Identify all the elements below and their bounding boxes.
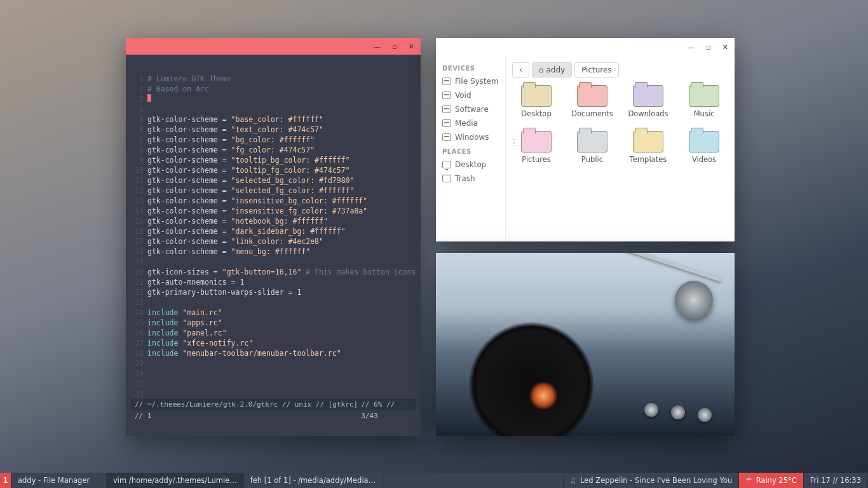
- sidebar-item[interactable]: Media: [440, 116, 501, 130]
- folder-item[interactable]: Desktop: [513, 85, 559, 118]
- code-token: gtk-color-scheme =: [147, 155, 231, 165]
- line-number: 29: [130, 358, 144, 369]
- breadcrumb-home[interactable]: ⌂ addy: [532, 62, 572, 78]
- taskbar-task[interactable]: addy - File Manager: [11, 473, 107, 488]
- music-icon: ♫: [570, 476, 576, 485]
- minimize-icon[interactable]: —: [374, 43, 381, 51]
- taskbar-task[interactable]: feh [1 of 1] - /media/addy/Media…: [244, 473, 383, 488]
- code-line: 13gtk-color-scheme = "insensitive_bg_col…: [130, 196, 416, 206]
- code-token: "base_color: #ffffff": [231, 114, 323, 125]
- folder-label: Videos: [692, 155, 716, 164]
- maximize-icon[interactable]: ▫: [706, 43, 710, 51]
- folder-label: Desktop: [521, 109, 551, 118]
- code-line: 19: [130, 257, 416, 267]
- code-token: gtk-color-scheme =: [147, 145, 231, 155]
- sidebar-item-label: Trash: [455, 174, 475, 183]
- code-token: # Lumiere GTK Theme: [147, 74, 231, 84]
- code-line: 11gtk-color-scheme = "selected_bg_color:…: [130, 175, 416, 186]
- folder-item[interactable]: Downloads: [625, 85, 671, 118]
- code-token: "fg_color: #474c57": [231, 145, 315, 155]
- folder-item[interactable]: Documents: [569, 85, 615, 118]
- weather[interactable]: ☂ Rainy 25°C: [739, 473, 803, 488]
- code-line: 12gtk-color-scheme = "selected_fg_color:…: [130, 186, 416, 196]
- code-token: "panel.rc": [182, 328, 226, 338]
- line-number: 1: [130, 74, 144, 84]
- folder-item[interactable]: Videos: [681, 131, 727, 164]
- sidebar-item-label: Desktop: [455, 160, 487, 169]
- editor-body[interactable]: 1# Lumiere GTK Theme2# Based on Arc345gt…: [126, 55, 421, 436]
- minimize-icon[interactable]: —: [688, 43, 695, 51]
- code-token: "menubar-toolbar/menubar-toolbar.rc": [182, 348, 341, 358]
- wallpaper-image: [436, 253, 735, 436]
- code-token: "insensitive_fg_color: #737a8a": [231, 206, 368, 216]
- taskbar-task[interactable]: vim /home/addy/.themes/Lumie…: [107, 473, 244, 488]
- sidebar-item[interactable]: File System: [440, 74, 501, 88]
- breadcrumb: ‹ ⌂ addy Pictures: [512, 62, 732, 78]
- code-token: gtk-auto-mnemonics = 1: [147, 277, 244, 287]
- code-token: "tooltip_fg_color: #474c57": [231, 165, 350, 175]
- imageviewer-window[interactable]: [436, 253, 735, 436]
- folder-item[interactable]: Templates: [625, 131, 671, 164]
- code-line: 5gtk-color-scheme = "base_color: #ffffff…: [130, 114, 416, 125]
- filemanager-window: — ▫ ✕ DEVICESFile SystemVoidSoftwareMedi…: [436, 38, 735, 241]
- code-token: gtk-color-scheme =: [147, 135, 231, 145]
- status-right: // 6% // 3/43: [361, 399, 412, 410]
- line-number: 4: [130, 104, 144, 114]
- maximize-icon[interactable]: ▫: [392, 43, 397, 51]
- sidebar-item-label: Void: [455, 91, 471, 100]
- code-line: 28include "menubar-toolbar/menubar-toolb…: [130, 348, 416, 358]
- close-icon[interactable]: ✕: [409, 43, 414, 51]
- line-number: 23: [130, 297, 144, 308]
- nowplaying[interactable]: ♫ Led Zeppelin - Since I've Been Loving …: [563, 473, 740, 488]
- tonearm-icon: [564, 253, 722, 282]
- folder-item[interactable]: Music: [681, 85, 727, 118]
- folder-label: Public: [581, 155, 603, 164]
- folder-item[interactable]: Public: [569, 131, 615, 164]
- code-token: gtk-icon-sizes =: [147, 267, 222, 277]
- code-token: "xfce-notify.rc": [182, 338, 253, 348]
- sidebar-item[interactable]: Windows: [440, 130, 501, 144]
- code-line: 18gtk-color-scheme = "menu_bg: #ffffff": [130, 247, 416, 257]
- folder-item[interactable]: Pictures: [513, 131, 559, 164]
- back-button[interactable]: ‹: [512, 62, 529, 78]
- code-token: "gtk-button=16,16": [222, 267, 302, 277]
- line-number: 9: [130, 155, 144, 165]
- sidebar-item[interactable]: Desktop: [440, 158, 501, 172]
- sidebar-item-label: Software: [455, 105, 489, 114]
- editor-titlebar[interactable]: — ▫ ✕: [126, 38, 421, 55]
- line-number: 21: [130, 277, 144, 287]
- knob-icon: [644, 403, 658, 417]
- status-left: // ~/.themes/Lumiere/gtk-2.0/gtkrc // un…: [135, 399, 361, 410]
- close-icon[interactable]: ✕: [722, 43, 728, 51]
- code-line: 29: [130, 358, 416, 369]
- disk-icon: [442, 92, 451, 99]
- disk-icon: [442, 119, 451, 127]
- filemanager-titlebar[interactable]: — ▫ ✕: [436, 38, 735, 56]
- sidebar-item[interactable]: Trash: [440, 172, 501, 186]
- code-line: 21gtk-auto-mnemonics = 1: [130, 277, 416, 287]
- folder-label: Pictures: [522, 155, 551, 164]
- taskbar: 1 addy - File Managervim /home/addy/.the…: [0, 473, 868, 488]
- code-token: "dark_sidebar_bg: #ffffff": [231, 226, 346, 236]
- clock[interactable]: Fri 17 // 16:33: [804, 473, 868, 488]
- breadcrumb-current[interactable]: Pictures: [574, 62, 619, 78]
- folder-icon: [521, 131, 552, 152]
- code-line: 26include "panel.rc": [130, 328, 416, 338]
- sidebar-item[interactable]: Void: [440, 88, 501, 102]
- code-token: gtk-color-scheme =: [147, 226, 231, 236]
- code-line: 2# Based on Arc: [130, 84, 416, 94]
- line-number: 20: [130, 267, 144, 277]
- kebab-icon[interactable]: ⋮: [510, 137, 518, 147]
- code-token: gtk-primary-button-warps-slider = 1: [147, 287, 301, 297]
- code-line: 24include "main.rc": [130, 308, 416, 318]
- code-token: "insensitive_bg_color: #ffffff": [231, 196, 368, 206]
- code-line: 30: [130, 369, 416, 379]
- sidebar-item[interactable]: Software: [440, 102, 501, 116]
- workspace-indicator[interactable]: 1: [0, 473, 11, 488]
- code-line: 23: [130, 297, 416, 308]
- code-line: 10gtk-color-scheme = "tooltip_fg_color: …: [130, 165, 416, 175]
- code-token: gtk-color-scheme =: [147, 196, 231, 206]
- code-line: 9gtk-color-scheme = "tooltip_bg_color: #…: [130, 155, 416, 165]
- sidebar-heading: DEVICES: [442, 65, 501, 72]
- line-number: 13: [130, 196, 144, 206]
